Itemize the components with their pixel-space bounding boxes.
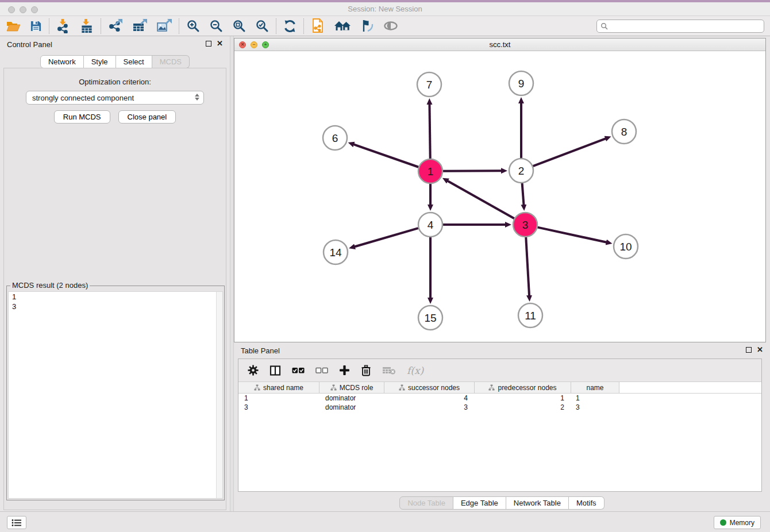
graph-edge-3-1[interactable] — [448, 181, 514, 219]
graph-node-11[interactable]: 11 — [518, 303, 542, 327]
graph-node-label: 6 — [332, 132, 338, 144]
task-history-button[interactable] — [7, 516, 26, 529]
column-header-name[interactable]: name — [571, 382, 619, 393]
column-header-predecessor-nodes[interactable]: predecessor nodes — [475, 382, 571, 393]
table-settings-gear-icon[interactable] — [248, 365, 259, 376]
graph-edge-1-6[interactable] — [353, 144, 418, 167]
table-cell[interactable]: 2 — [475, 403, 571, 412]
sort-tree-icon — [254, 384, 260, 391]
graph-edge-4-14[interactable] — [355, 228, 418, 246]
export-table-icon[interactable] — [132, 18, 147, 33]
graph-node-15[interactable]: 15 — [418, 306, 442, 330]
delete-row-trash-icon[interactable] — [361, 365, 371, 376]
table-cell[interactable]: 1 — [475, 394, 571, 403]
table-cell[interactable]: dominator — [319, 403, 384, 412]
table-row[interactable]: 3dominator323 — [238, 403, 761, 412]
graph-node-3[interactable]: 3 — [513, 213, 537, 237]
graph-edge-2-3[interactable] — [522, 183, 524, 205]
table-panel-title: Table Panel — [241, 346, 280, 355]
graph-node-8[interactable]: 8 — [612, 119, 636, 144]
mark-flag-icon[interactable] — [360, 19, 374, 33]
zoom-out-icon[interactable] — [209, 19, 223, 33]
table-cell[interactable]: dominator — [319, 394, 384, 403]
tab-style[interactable]: Style — [84, 55, 116, 68]
search-icon — [600, 22, 608, 30]
column-header-label: shared name — [263, 384, 303, 392]
search-input[interactable] — [610, 21, 760, 30]
close-panel-button[interactable]: Close panel — [118, 110, 176, 124]
tab-network-table[interactable]: Network Table — [506, 496, 569, 510]
hide-panel-eye-icon[interactable] — [383, 21, 398, 31]
save-session-icon[interactable] — [30, 20, 42, 32]
export-network-icon[interactable] — [108, 18, 123, 33]
table-panel-float-icon[interactable] — [746, 347, 752, 353]
open-session-icon[interactable] — [6, 20, 21, 32]
add-row-plus-icon[interactable] — [339, 365, 350, 376]
graph-node-4[interactable]: 4 — [418, 213, 442, 237]
toolbar-separator — [303, 18, 304, 34]
export-image-icon[interactable] — [156, 18, 172, 33]
delete-table-icon — [382, 366, 396, 375]
apply-layout-icon[interactable] — [283, 20, 297, 33]
tab-mcds[interactable]: MCDS — [152, 55, 190, 68]
mcds-panel: Optimization criterion: strongly connect… — [3, 68, 226, 510]
home-icon[interactable] — [334, 20, 351, 32]
panel-splitter[interactable] — [230, 36, 234, 511]
select-all-rows-icon[interactable] — [292, 365, 305, 376]
graph-node-6[interactable]: 6 — [323, 126, 347, 150]
network-canvas[interactable]: 1234678910111415 — [234, 51, 765, 342]
zoom-fit-icon[interactable] — [232, 19, 246, 33]
table-cell[interactable]: 1 — [238, 394, 319, 403]
column-header-label: name — [586, 384, 603, 392]
run-mcds-button[interactable]: Run MCDS — [54, 110, 110, 124]
column-header-shared-name[interactable]: shared name — [238, 382, 319, 393]
table-cell[interactable]: 3 — [238, 403, 319, 412]
zoom-in-icon[interactable] — [186, 19, 200, 33]
control-panel-close-icon[interactable]: ✕ — [217, 41, 223, 47]
memory-button[interactable]: Memory — [714, 516, 761, 529]
control-panel-tabs: NetworkStyleSelectMCDS — [0, 55, 230, 68]
optimization-criterion-select[interactable]: strongly connected component — [26, 91, 204, 105]
header-filler — [619, 382, 761, 393]
graph-node-label: 14 — [329, 246, 342, 259]
import-network-icon[interactable] — [56, 18, 71, 33]
control-panel-float-icon[interactable] — [206, 41, 211, 47]
toggle-columns-icon[interactable] — [270, 365, 281, 376]
graph-node-label: 3 — [522, 219, 529, 231]
network-window-title: scc.txt — [234, 40, 765, 49]
graph-edge-3-10[interactable] — [537, 228, 606, 242]
network-window-titlebar[interactable]: ✕ − + scc.txt — [234, 38, 765, 51]
table-cell[interactable]: 3 — [384, 403, 475, 412]
mcds-result-textarea[interactable]: 13 — [8, 291, 223, 499]
column-header-successor-nodes[interactable]: successor nodes — [384, 382, 475, 393]
graph-edge-1-7[interactable] — [429, 104, 430, 159]
table-row[interactable]: 1dominator411 — [238, 394, 761, 403]
table-cell[interactable]: 4 — [384, 394, 475, 403]
deselect-all-rows-icon[interactable] — [315, 365, 328, 376]
column-header-MCDS-role[interactable]: MCDS role — [319, 382, 384, 393]
network-graph[interactable]: 1234678910111415 — [234, 51, 765, 342]
graph-edge-2-8[interactable] — [533, 138, 606, 166]
import-table-icon[interactable] — [80, 18, 94, 33]
result-scrollbar[interactable] — [216, 292, 222, 498]
status-bar: Memory — [0, 511, 770, 532]
graph-node-14[interactable]: 14 — [324, 240, 348, 264]
zoom-selected-icon[interactable] — [255, 19, 269, 33]
table-cell[interactable]: 1 — [571, 394, 619, 403]
graph-node-9[interactable]: 9 — [509, 71, 533, 95]
tab-network[interactable]: Network — [40, 55, 84, 68]
table-cell[interactable]: 3 — [571, 403, 619, 412]
graph-edge-3-11[interactable] — [526, 237, 529, 296]
window-title: Session: New Session — [0, 5, 770, 13]
graph-node-7[interactable]: 7 — [417, 72, 441, 97]
tab-select[interactable]: Select — [116, 55, 152, 68]
tab-node-table[interactable]: Node Table — [399, 496, 453, 510]
graph-node-1[interactable]: 1 — [418, 159, 442, 183]
new-network-icon[interactable] — [311, 18, 325, 34]
tab-edge-table[interactable]: Edge Table — [453, 496, 506, 510]
graph-edge-1-2[interactable] — [443, 171, 502, 171]
graph-node-2[interactable]: 2 — [509, 159, 533, 183]
graph-node-10[interactable]: 10 — [614, 234, 638, 259]
tab-motifs[interactable]: Motifs — [569, 496, 605, 510]
table-panel-close-icon[interactable]: ✕ — [757, 347, 763, 353]
